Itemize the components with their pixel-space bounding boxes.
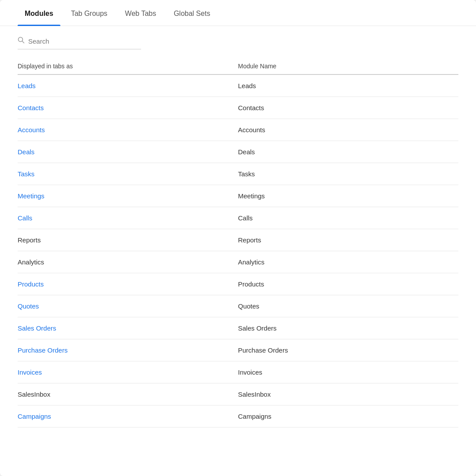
svg-line-1 bbox=[22, 41, 24, 43]
tab-tab-groups[interactable]: Tab Groups bbox=[64, 0, 115, 26]
cell-module-name-1: Contacts bbox=[238, 104, 458, 112]
cell-display-name-10[interactable]: Quotes bbox=[18, 302, 238, 310]
col-header-display: Displayed in tabs as bbox=[18, 63, 238, 70]
table-row: Quotes Quotes bbox=[18, 295, 458, 317]
table-header: Displayed in tabs as Module Name bbox=[18, 58, 458, 75]
tab-modules[interactable]: Modules bbox=[18, 0, 60, 26]
table-row: Reports Reports bbox=[18, 229, 458, 251]
table-row: Tasks Tasks bbox=[18, 163, 458, 185]
table-row: Sales Orders Sales Orders bbox=[18, 317, 458, 339]
table-row: SalesInbox SalesInbox bbox=[18, 383, 458, 405]
table-body: Leads Leads Contacts Contacts Accounts A… bbox=[18, 75, 458, 428]
cell-module-name-3: Deals bbox=[238, 148, 458, 156]
table-row: Meetings Meetings bbox=[18, 185, 458, 207]
search-box bbox=[18, 37, 141, 49]
cell-display-name-6[interactable]: Calls bbox=[18, 214, 238, 222]
cell-display-name-11[interactable]: Sales Orders bbox=[18, 324, 238, 332]
cell-display-name-1[interactable]: Contacts bbox=[18, 104, 238, 112]
cell-module-name-4: Tasks bbox=[238, 170, 458, 178]
modules-table: Displayed in tabs as Module Name Leads L… bbox=[0, 58, 476, 428]
table-row: Campaigns Campaigns bbox=[18, 405, 458, 428]
cell-module-name-8: Analytics bbox=[238, 258, 458, 266]
cell-module-name-0: Leads bbox=[238, 82, 458, 89]
cell-display-name-5[interactable]: Meetings bbox=[18, 192, 238, 200]
cell-display-name-4[interactable]: Tasks bbox=[18, 170, 238, 178]
cell-module-name-14: SalesInbox bbox=[238, 390, 458, 398]
table-row: Purchase Orders Purchase Orders bbox=[18, 339, 458, 361]
cell-module-name-5: Meetings bbox=[238, 192, 458, 200]
search-icon bbox=[18, 37, 25, 45]
col-header-module: Module Name bbox=[238, 63, 458, 70]
search-section bbox=[0, 26, 476, 58]
cell-display-name-13[interactable]: Invoices bbox=[18, 368, 238, 376]
cell-display-name-0[interactable]: Leads bbox=[18, 82, 238, 89]
table-row: Invoices Invoices bbox=[18, 361, 458, 383]
cell-module-name-15: Campaigns bbox=[238, 413, 458, 420]
search-input[interactable] bbox=[28, 37, 141, 45]
cell-display-name-8: Analytics bbox=[18, 258, 238, 266]
cell-display-name-2[interactable]: Accounts bbox=[18, 126, 238, 134]
cell-display-name-15[interactable]: Campaigns bbox=[18, 413, 238, 420]
table-row: Deals Deals bbox=[18, 141, 458, 163]
cell-module-name-7: Reports bbox=[238, 236, 458, 244]
cell-display-name-3[interactable]: Deals bbox=[18, 148, 238, 156]
table-row: Accounts Accounts bbox=[18, 119, 458, 141]
table-row: Calls Calls bbox=[18, 207, 458, 229]
cell-module-name-12: Purchase Orders bbox=[238, 346, 458, 354]
cell-module-name-2: Accounts bbox=[238, 126, 458, 134]
table-row: Contacts Contacts bbox=[18, 97, 458, 119]
cell-module-name-11: Sales Orders bbox=[238, 324, 458, 332]
main-container: Modules Tab Groups Web Tabs Global Sets … bbox=[0, 0, 476, 476]
cell-module-name-10: Quotes bbox=[238, 302, 458, 310]
cell-display-name-7: Reports bbox=[18, 236, 238, 244]
tab-navigation: Modules Tab Groups Web Tabs Global Sets bbox=[0, 0, 476, 26]
table-row: Leads Leads bbox=[18, 75, 458, 97]
cell-module-name-6: Calls bbox=[238, 214, 458, 222]
cell-display-name-12[interactable]: Purchase Orders bbox=[18, 346, 238, 354]
table-row: Products Products bbox=[18, 273, 458, 295]
cell-display-name-9[interactable]: Products bbox=[18, 280, 238, 288]
cell-display-name-14: SalesInbox bbox=[18, 390, 238, 398]
cell-module-name-13: Invoices bbox=[238, 368, 458, 376]
tab-web-tabs[interactable]: Web Tabs bbox=[118, 0, 164, 26]
cell-module-name-9: Products bbox=[238, 280, 458, 288]
table-row: Analytics Analytics bbox=[18, 251, 458, 273]
tab-global-sets[interactable]: Global Sets bbox=[167, 0, 217, 26]
